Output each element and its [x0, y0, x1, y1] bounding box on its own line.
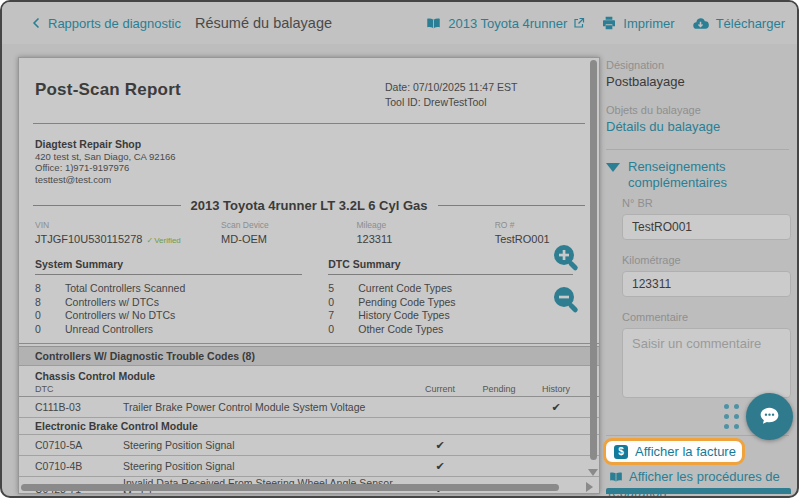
details-sidebar: Désignation Postbalayage Objets du balay… — [606, 44, 795, 496]
vehicle-meta: VIN JTJGF10U530115278Verified Scan Devic… — [19, 213, 599, 245]
scroll-right-arrow-icon[interactable] — [586, 482, 593, 492]
zoom-out-button[interactable] — [551, 284, 583, 316]
shop-address: 420 test st, San Diago, CA 92166 — [35, 151, 599, 163]
chevron-left-icon — [30, 16, 42, 30]
divider — [606, 149, 789, 150]
comment-field-label: Commentaire — [622, 311, 791, 323]
print-button-label: Imprimer — [623, 16, 674, 31]
app-window: Rapports de diagnostic Résumé du balayag… — [0, 0, 799, 498]
cloud-download-icon — [691, 16, 710, 31]
summary-row: 0Controllers w/ No DTCs — [35, 309, 328, 323]
ro-cell: RO # TestRO001 — [495, 220, 599, 245]
mileage-cell: Mileage 123311 — [356, 220, 494, 245]
ro-number-input[interactable] — [622, 214, 791, 240]
summaries: System Summary 8Total Controllers Scanne… — [19, 245, 599, 336]
summary-row: 8Total Controllers Scanned — [35, 282, 328, 296]
table-header-row: DTCCurrentPendingHistory — [19, 382, 599, 397]
comment-textarea[interactable] — [622, 328, 791, 398]
dollar-icon: $ — [614, 445, 628, 459]
vehicle-link[interactable]: 2013 Toyota 4runner — [425, 16, 585, 31]
zoom-in-button[interactable] — [551, 242, 583, 274]
show-invoice-button[interactable]: $ Afficher la facture — [603, 438, 745, 465]
dtc-table: Chassis Control ModuleDTCCurrentPendingH… — [19, 366, 599, 494]
download-button[interactable]: Télécharger — [691, 16, 785, 31]
book-icon — [425, 16, 442, 31]
drag-handle-dots-icon[interactable] — [724, 404, 739, 429]
vin-value: JTJGF10U530115278 — [35, 233, 142, 245]
system-summary: System Summary 8Total Controllers Scanne… — [35, 258, 328, 336]
top-bar: Rapports de diagnostic Résumé du balayag… — [2, 2, 797, 44]
controllers-band: Controllers W/ Diagnostic Trouble Codes … — [19, 346, 599, 366]
report-document: Post-Scan Report Date: 07/10/2025 11:47 … — [18, 57, 600, 494]
report-tool-id: Tool ID: DrewTestTool — [385, 95, 577, 110]
additional-info-label: Renseignements complémentaires — [628, 159, 758, 191]
back-link-label: Rapports de diagnostic — [48, 16, 181, 31]
mileage-input[interactable] — [622, 271, 791, 297]
magnifier-plus-icon — [551, 242, 583, 274]
module-header: Chassis Control Module — [19, 366, 599, 382]
summary-row: 0Unread Controllers — [35, 323, 328, 337]
magnifier-minus-icon — [551, 284, 583, 316]
designation-value: Postbalayage — [606, 74, 795, 89]
summary-row: 0Other Code Types — [328, 323, 599, 337]
scan-details-link[interactable]: Détails du balayage — [606, 119, 795, 134]
module-header: Electronic Brake Control Module — [19, 418, 599, 435]
divider — [19, 343, 599, 344]
scan-device-cell: Scan Device MD-OEM — [221, 220, 356, 245]
table-row: C0710-4BSteering Position Signal✔ — [19, 456, 599, 477]
divider — [33, 123, 585, 124]
printer-icon — [601, 15, 617, 31]
shop-name: Diagtest Repair Shop — [35, 139, 599, 151]
show-invoice-label: Afficher la facture — [635, 444, 736, 459]
scan-objects-label: Objets du balayage — [606, 104, 795, 116]
current-check: ✔ — [409, 460, 471, 473]
mileage-field-label: Kilométrage — [622, 254, 791, 266]
system-summary-title: System Summary — [35, 258, 302, 275]
horizontal-scrollbar[interactable] — [21, 484, 559, 491]
download-button-label: Télécharger — [716, 16, 785, 31]
scroll-down-arrow-icon[interactable] — [588, 469, 598, 476]
report-title: Post-Scan Report — [35, 80, 181, 110]
ro-field-label: N° BR — [622, 197, 791, 209]
vehicle-link-label: 2013 Toyota 4runner — [448, 16, 567, 31]
shop-info: Diagtest Repair Shop 420 test st, San Di… — [35, 139, 599, 185]
ro-value: TestRO001 — [495, 233, 599, 245]
chat-fab-button[interactable] — [746, 393, 793, 440]
vehicle-title: 2013 Toyota 4runner LT 3.2L 6 Cyl Gas — [191, 198, 428, 213]
table-row: C0710-5ASteering Position Signal✔ — [19, 435, 599, 456]
current-check: ✔ — [409, 439, 471, 452]
table-row: C111B-03Trailer Brake Power Control Modu… — [19, 397, 599, 418]
vin-cell: VIN JTJGF10U530115278Verified — [35, 220, 221, 245]
triangle-down-icon — [606, 163, 620, 172]
report-date: Date: 07/10/2025 11:47 EST — [385, 80, 577, 95]
vertical-scrollbar[interactable] — [590, 60, 597, 460]
book-icon — [608, 470, 624, 484]
chat-bubble-icon — [757, 404, 782, 429]
page-title: Résumé du balayage — [195, 15, 332, 31]
back-link[interactable]: Rapports de diagnostic — [30, 16, 181, 31]
additional-info-toggle[interactable]: Renseignements complémentaires — [606, 159, 795, 191]
shop-phone: Office: 1)971-9197976 — [35, 162, 599, 174]
partial-bottom-element[interactable] — [606, 488, 791, 494]
designation-label: Désignation — [606, 59, 795, 71]
mileage-value: 123311 — [356, 233, 494, 245]
scan-device-value: MD-OEM — [221, 233, 356, 245]
summary-row: 8Controllers w/ DTCs — [35, 296, 328, 310]
print-button[interactable]: Imprimer — [601, 15, 674, 31]
history-check: ✔ — [527, 401, 585, 414]
vehicle-title-divider: 2013 Toyota 4runner LT 3.2L 6 Cyl Gas — [33, 198, 585, 213]
dtc-summary-title: DTC Summary — [328, 258, 573, 275]
external-link-icon — [573, 17, 585, 29]
vin-verified-badge: Verified — [146, 236, 180, 245]
shop-email: testtest@test.com — [35, 174, 599, 186]
